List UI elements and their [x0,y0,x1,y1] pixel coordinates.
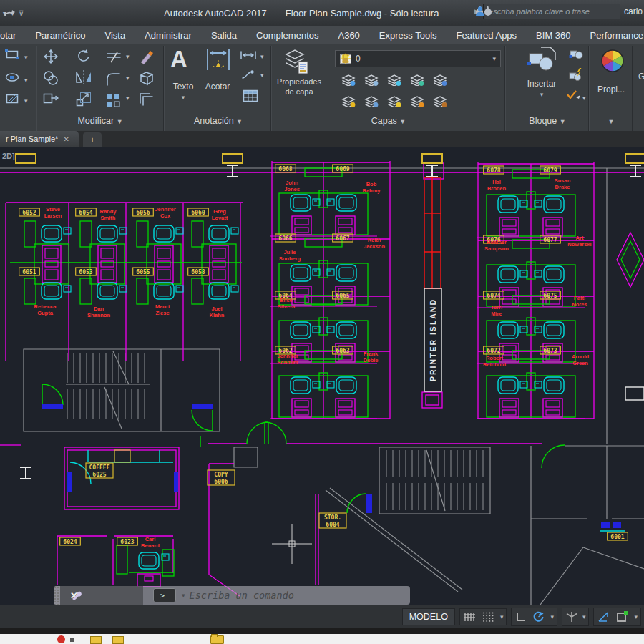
linear-dim-dropdown[interactable]: ▾ [260,53,264,60]
hatch-tool-icon[interactable] [4,93,20,104]
block-editor-icon[interactable] [568,67,584,82]
layer-properties-icon[interactable] [280,46,311,76]
table-tool-icon[interactable] [241,89,260,103]
move-tool-icon[interactable] [42,47,60,66]
ribbon-tab-paramétrico[interactable]: Paramétrico [35,30,85,41]
insert-block-label[interactable]: Insertar▾ [517,79,567,99]
copy-tool-icon[interactable] [42,69,60,87]
ribbon-tab-performance[interactable]: Performance [590,30,643,41]
ribbon-tab-bim-360[interactable]: BIM 360 [536,30,570,41]
isodraft-icon[interactable] [565,610,578,623]
fillet-dropdown[interactable]: ▾ [126,74,130,82]
grid-display-icon[interactable] [463,611,477,623]
layer-lock-icon[interactable] [409,73,425,86]
array-tool-icon[interactable] [104,92,123,109]
panel-props-label[interactable]: Propi... [592,84,630,94]
mirror-tool-icon[interactable] [74,69,93,86]
rectangle-dropdown[interactable]: ▾ [24,54,28,61]
file-tab-active[interactable]: r Plan Sample* ✕ [0,131,79,147]
model-space-button[interactable]: MODELO [402,608,455,625]
file-tab-bar: r Plan Sample* ✕ + [0,131,644,147]
command-input[interactable]: Escriba un comando [190,590,294,601]
layer-current-icon[interactable] [432,73,448,86]
scale-tool-icon[interactable] [74,90,93,107]
workspace-dropdown-icon[interactable]: ⊽ [19,9,24,17]
trim-tool-icon[interactable] [104,50,123,64]
text-tool-icon[interactable]: A [170,47,187,71]
panel-layers-label[interactable]: Capas ▼ [358,116,419,126]
attributes-dropdown[interactable]: ▾ [582,94,586,102]
layer-thaw-all-icon[interactable] [386,94,402,107]
redo-icon[interactable] [3,9,17,19]
layer-unlock2-icon[interactable] [409,94,425,107]
taskbar-folder-icon[interactable] [210,635,224,644]
array-dropdown[interactable]: ▾ [126,94,130,102]
leader-dropdown[interactable]: ▾ [260,72,264,79]
dimension-tool-label[interactable]: Acotar [197,82,238,92]
layer-match-icon[interactable] [364,94,379,107]
fillet-tool-icon[interactable] [104,70,123,87]
ortho-mode-icon[interactable] [514,611,527,623]
taskbar-yellow-icon-1[interactable] [90,636,102,644]
layer-combobox[interactable]: 0 ▾ [335,50,501,67]
trim-dropdown[interactable]: ▾ [126,53,130,60]
insert-block-icon[interactable] [525,44,560,74]
layer-combo-dropdown[interactable]: ▾ [492,55,496,62]
panel-block-label[interactable]: Bloque ▼ [517,116,578,126]
rectangle-tool-icon[interactable] [4,49,20,60]
panel-modify-label[interactable]: Modificar ▼ [68,116,132,126]
hatch-dropdown[interactable]: ▾ [24,97,28,104]
layer-properties-label[interactable]: Propiedadesde capa [272,77,326,97]
ribbon-tab-a360[interactable]: A360 [338,30,359,41]
signin-username[interactable]: carlo [624,6,644,16]
leader-tool-icon[interactable] [240,69,259,80]
panel-annotate-label[interactable]: Anotación ▼ [186,116,250,126]
ribbon-tab-express-tools[interactable]: Express Tools [379,30,437,41]
ribbon-tab-otar[interactable]: otar [0,30,16,41]
ribbon-tab-salida[interactable]: Salida [211,30,237,41]
layer-prev-icon[interactable] [432,94,448,107]
layer-isolate-icon[interactable] [341,73,356,86]
panel-props-caret[interactable]: ▼ [598,116,624,126]
command-bar-grip[interactable] [54,586,60,605]
snap-dropdown-icon[interactable]: ▾ [500,613,504,620]
signin-user-icon[interactable] [474,6,486,17]
snap-mode-icon[interactable] [482,611,496,623]
properties-colorwheel-icon[interactable] [600,49,625,73]
command-settings-wrench-icon[interactable] [70,589,83,602]
object-snap-tracking-icon[interactable] [597,610,611,623]
ribbon-tab-administrar[interactable]: Administrar [145,30,192,41]
ribbon-tab-featured-apps[interactable]: Featured Apps [457,30,517,41]
osnap-dropdown-icon[interactable]: ▾ [634,613,638,620]
offset-tool-icon[interactable] [137,90,156,106]
layer-walk-icon[interactable] [364,73,379,86]
erase-tool-icon[interactable] [137,47,156,66]
layer-on-icon[interactable] [341,94,356,107]
svg-text:DanShannon: DanShannon [87,306,110,318]
svg-text:6072: 6072 [487,348,500,354]
edit-attributes-icon[interactable] [565,89,582,100]
ellipse-dropdown[interactable]: ▾ [24,77,28,84]
polar-dropdown-icon[interactable]: ▾ [550,613,554,620]
ribbon-tab-complementos[interactable]: Complementos [256,30,318,41]
isodraft-dropdown-icon[interactable]: ▾ [582,613,586,620]
explode-tool-icon[interactable] [137,69,156,87]
command-prompt-icon[interactable]: >_ [153,588,176,602]
dimension-tool-icon[interactable] [203,46,234,74]
linear-dim-icon[interactable] [239,50,258,60]
polar-tracking-icon[interactable] [532,610,546,623]
stretch-tool-icon[interactable] [42,90,60,106]
rotate-tool-icon[interactable] [74,47,93,66]
floor-plan-canvas[interactable]: PRINTER ISLAND60526054605660606051605360… [0,147,644,605]
object-snap-icon[interactable] [615,610,630,623]
create-block-icon[interactable] [568,47,584,60]
file-tab-close-icon[interactable]: ✕ [63,135,69,143]
help-search-input[interactable] [483,4,620,19]
taskbar-yellow-icon-2[interactable] [112,636,124,644]
taskbar-red-icon[interactable] [57,635,65,643]
new-tab-button[interactable]: + [83,132,102,147]
layer-freeze-icon[interactable] [386,73,402,86]
command-history-dropdown[interactable]: ▾ [182,592,185,599]
ellipse-tool-icon[interactable] [4,72,20,83]
ribbon-tab-vista[interactable]: Vista [104,30,125,41]
